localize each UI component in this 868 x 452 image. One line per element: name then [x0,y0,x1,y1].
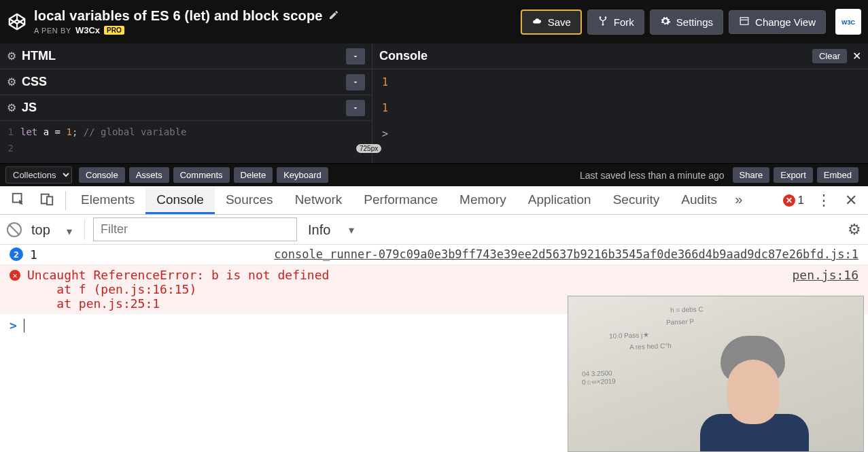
chevron-down-icon[interactable] [346,48,365,65]
author-name[interactable]: W3Cx [75,25,100,35]
gear-icon [660,16,671,29]
comments-button[interactable]: Comments [173,167,230,183]
settings-label: Settings [676,16,713,28]
cloud-icon [532,16,542,28]
webcam-overlay: h = debs C Panser P A res hed C°h 10.0 P… [568,296,864,452]
repeat-count-badge: 2 [10,247,23,261]
console-title: Console [379,49,812,63]
console-settings-icon[interactable]: ⚙ [848,221,861,239]
assets-button[interactable]: Assets [129,167,169,183]
tab-audits[interactable]: Audits [670,187,728,214]
tab-sources[interactable]: Sources [215,187,284,214]
more-tabs-icon[interactable]: » [728,188,749,213]
js-label: JS [22,101,346,115]
error-icon: ✕ [783,194,795,207]
export-button[interactable]: Export [774,167,813,183]
save-button[interactable]: Save [521,10,582,35]
gear-icon[interactable]: ⚙ [7,75,16,88]
layout-icon [739,16,750,28]
svg-point-5 [602,24,604,26]
source-link[interactable]: console_runner-079c09a0e3b9ff743e39ee2d5… [274,247,858,261]
console-toggle-button[interactable]: Console [79,167,125,183]
clear-console-icon[interactable] [3,219,24,240]
filter-input[interactable] [93,218,297,241]
pen-by-label: A PEN BY [34,27,71,35]
profile-avatar[interactable]: W3C [835,9,861,35]
console-prompt[interactable]: > [382,128,858,140]
source-link[interactable]: pen.js:16 [792,268,858,282]
chevron-down-icon[interactable] [346,74,365,90]
svg-rect-11 [47,196,52,205]
change-view-label: Change View [755,16,816,28]
tab-network[interactable]: Network [284,187,353,214]
close-devtools-icon[interactable]: ✕ [838,189,864,212]
tab-performance[interactable]: Performance [353,187,449,214]
html-panel-header[interactable]: ⚙ HTML [0,44,372,69]
text-cursor [24,319,24,332]
saved-status: Last saved less than a minute ago [580,170,724,181]
context-select[interactable]: top [30,220,77,240]
inspect-element-icon[interactable] [4,188,33,213]
error-count: 1 [798,194,804,207]
tab-security[interactable]: Security [602,187,671,214]
delete-button[interactable]: Delete [234,167,273,183]
error-count-chip[interactable]: ✕ 1 [783,194,804,207]
pen-title[interactable]: local variables of ES 6 (let) and block … [34,8,323,24]
console-line: 1 [382,102,858,114]
codepen-console-output: 1 1 > [372,69,868,147]
tab-console[interactable]: Console [145,187,215,214]
save-label: Save [548,16,571,28]
fork-icon [597,16,608,29]
js-editor[interactable]: 1 let a = 1; // global variable 2 [0,121,372,163]
close-icon[interactable]: ✕ [852,50,861,63]
html-label: HTML [22,49,346,63]
keyboard-button[interactable]: Keyboard [277,167,328,183]
line-number: 2 [0,143,20,154]
kebab-menu-icon[interactable]: ⋮ [810,189,838,212]
js-panel-header[interactable]: ⚙ JS [0,95,372,121]
clear-console-button[interactable]: Clear [812,49,847,63]
change-view-button[interactable]: Change View [729,10,826,34]
svg-point-3 [600,16,602,18]
tab-memory[interactable]: Memory [449,187,517,214]
prompt-caret-icon: > [10,318,17,332]
tab-application[interactable]: Application [517,187,602,214]
gear-icon[interactable]: ⚙ [7,101,16,114]
device-toggle-icon[interactable] [33,188,61,213]
log-text: 1 [30,247,37,262]
collections-select[interactable]: Collections [5,167,72,184]
codepen-logo[interactable] [7,12,27,32]
line-number: 1 [0,126,20,137]
chevron-down-icon[interactable] [346,100,365,116]
pro-badge: PRO [104,26,124,35]
svg-text:W3C: W3C [841,19,856,26]
settings-button[interactable]: Settings [650,10,723,35]
width-badge: 725px [356,144,381,153]
console-log-row: 2 1 console_runner-079c09a0e3b9ff743e39e… [0,245,868,265]
error-icon: ✕ [10,270,20,281]
css-label: CSS [22,75,346,89]
fork-button[interactable]: Fork [587,10,644,35]
error-text: Uncaught ReferenceError: b is not define… [27,268,329,311]
svg-rect-6 [740,17,748,24]
console-line: 1 [382,76,858,88]
tab-elements[interactable]: Elements [70,187,145,214]
gear-icon[interactable]: ⚙ [7,50,16,63]
edit-title-icon[interactable] [328,10,339,23]
log-level-select[interactable]: Info [305,220,365,240]
fork-label: Fork [614,16,634,28]
svg-point-4 [605,16,607,18]
embed-button[interactable]: Embed [817,167,858,183]
share-button[interactable]: Share [733,167,770,183]
css-panel-header[interactable]: ⚙ CSS [0,69,372,95]
